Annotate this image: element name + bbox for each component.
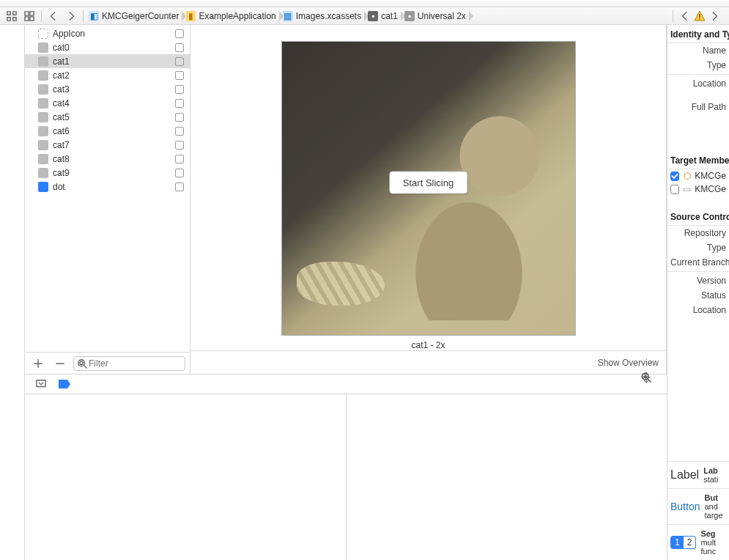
asset-name: cat5 (53, 112, 175, 122)
asset-status-box (175, 127, 184, 136)
variables-panel[interactable] (25, 394, 347, 560)
asset-status-box (175, 183, 184, 191)
breadcrumb-label: KMCGeigerCounter (102, 11, 179, 21)
svg-rect-3 (13, 17, 16, 20)
asset-row[interactable]: cat2 (25, 68, 190, 82)
asset-status-box (175, 141, 184, 150)
counterpart-forward-button[interactable] (706, 10, 722, 23)
image-thumb-icon (38, 126, 48, 136)
sc-type-label: Type (667, 240, 729, 255)
library-button-item[interactable]: Button Butandtarge (667, 488, 729, 524)
identity-location-label: Location (667, 76, 729, 91)
asset-name: cat6 (53, 126, 175, 136)
target-checkbox[interactable] (670, 172, 679, 181)
breadcrumb-slot[interactable]: ▪ Universal 2x (402, 7, 470, 25)
asset-row[interactable]: dot (25, 180, 190, 194)
image-preview[interactable]: Start Slicing (281, 41, 576, 336)
nav-back-button[interactable] (45, 10, 62, 23)
segmented-preview: 12 (670, 536, 696, 549)
inspector-panel: Identity and Ty Name Type Location Full … (667, 25, 729, 560)
asset-row[interactable]: cat4 (25, 96, 190, 110)
asset-name: cat1 (53, 56, 175, 67)
window-titlebar-strip (0, 0, 729, 7)
target-membership-title: Target Member (667, 151, 729, 169)
breakpoint-tag-icon[interactable] (59, 380, 70, 388)
svg-rect-7 (30, 16, 34, 20)
library-label-item[interactable]: Label Labstati (667, 461, 729, 488)
target-membership-row[interactable]: ⬡KMCGe (667, 169, 729, 183)
dot-icon (38, 182, 48, 192)
asset-row[interactable]: cat5 (25, 110, 190, 124)
asset-row[interactable]: AppIcon (25, 26, 190, 40)
image-thumb-icon (38, 112, 48, 122)
add-asset-button[interactable] (30, 357, 46, 370)
target-membership-row[interactable]: ▭KMCGe (667, 183, 729, 196)
remove-asset-button[interactable] (52, 357, 68, 370)
svg-point-14 (80, 361, 83, 364)
svg-rect-26 (37, 380, 45, 387)
slicing-editor: Start Slicing cat1 - 2x Show Overview (190, 25, 667, 374)
dropdown-toggle[interactable] (33, 377, 49, 391)
navigator-gutter (0, 25, 25, 560)
library-button-title: Button (670, 501, 700, 512)
asset-status-box (175, 29, 184, 38)
asset-row[interactable]: cat0 (25, 40, 190, 54)
asset-row[interactable]: cat8 (25, 152, 190, 166)
image-set-icon: ▪ (368, 11, 378, 21)
asset-status-box (175, 85, 184, 94)
svg-rect-9 (699, 14, 700, 18)
asset-row[interactable]: cat7 (25, 138, 190, 152)
show-overview-button[interactable]: Show Overview (598, 358, 659, 368)
image-thumb-icon (38, 43, 48, 53)
image-thumb-icon (38, 98, 48, 108)
asset-list[interactable]: AppIconcat0cat1cat2cat3cat4cat5cat6cat7c… (25, 25, 190, 352)
asset-status-box (175, 99, 184, 108)
asset-name: dot (53, 182, 175, 192)
asset-name: cat7 (53, 140, 175, 150)
breadcrumb-label: cat1 (381, 11, 398, 21)
sc-version-label: Version (667, 273, 729, 288)
asset-name: cat3 (53, 84, 175, 95)
svg-rect-2 (7, 17, 10, 20)
path-bar: ◧ KMCGeigerCounter ▮ ExampleApplication … (0, 7, 729, 25)
folder-icon: ▮ (185, 11, 196, 21)
project-icon: ◧ (89, 11, 99, 21)
identity-section-title: Identity and Ty (667, 25, 729, 43)
image-thumb-icon (38, 168, 48, 178)
start-slicing-button[interactable]: Start Slicing (389, 172, 467, 194)
resize-handle-icon[interactable] (641, 372, 651, 383)
warning-icon[interactable] (694, 10, 706, 22)
breadcrumb-catalog[interactable]: ▦ Images.xcassets (281, 7, 366, 25)
nav-forward-button[interactable] (63, 10, 79, 23)
separator (41, 10, 42, 22)
library-segmented-item[interactable]: 12 Segmultfunc (667, 524, 729, 560)
asset-row[interactable]: cat1 (25, 54, 190, 68)
asset-row[interactable]: cat6 (25, 124, 190, 138)
svg-rect-1 (13, 11, 16, 14)
canvas-footer: Show Overview (190, 350, 666, 374)
asset-list-footer (25, 352, 190, 374)
breadcrumb-asset[interactable]: ▪ cat1 (366, 7, 402, 25)
image-thumb-icon (38, 70, 48, 81)
image-thumb-icon (38, 140, 48, 150)
identity-type-label: Type (667, 58, 729, 73)
asset-row[interactable]: cat3 (25, 82, 190, 96)
svg-line-16 (84, 365, 87, 368)
zoom-in-button[interactable] (574, 356, 588, 369)
separator (673, 10, 673, 22)
related-items-icon[interactable] (4, 10, 20, 23)
breadcrumb-project[interactable]: ◧ KMCGeigerCounter (86, 7, 183, 25)
target-checkbox[interactable] (670, 185, 679, 194)
breadcrumb-folder[interactable]: ▮ ExampleApplication (183, 7, 280, 25)
asset-name: cat9 (53, 168, 175, 178)
filter-field-wrap[interactable] (73, 356, 185, 371)
asset-name: cat0 (53, 43, 175, 53)
svg-rect-10 (699, 18, 700, 19)
counterpart-back-button[interactable] (677, 10, 693, 23)
zoom-out-button[interactable] (551, 356, 564, 369)
asset-row[interactable]: cat9 (25, 166, 190, 180)
image-thumb-icon (38, 154, 48, 164)
console-panel[interactable] (347, 394, 667, 560)
grid-icon[interactable] (21, 10, 37, 23)
filter-field[interactable] (89, 358, 182, 369)
